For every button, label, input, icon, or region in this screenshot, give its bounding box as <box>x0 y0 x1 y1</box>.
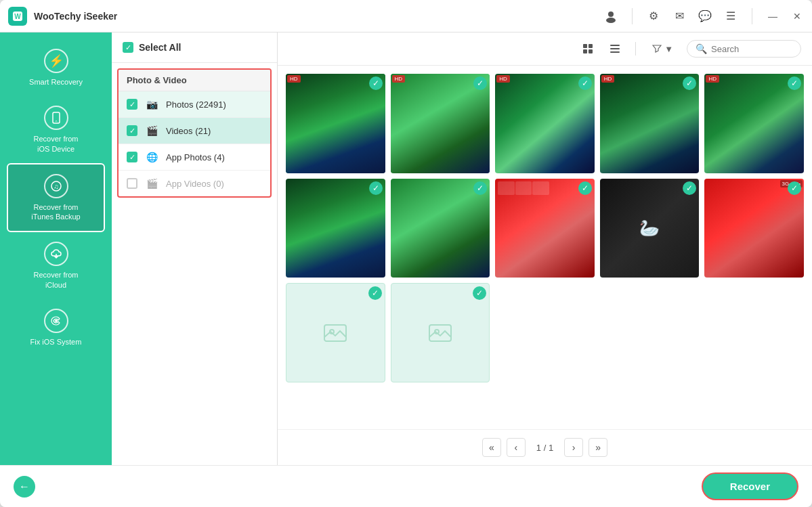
placeholder-icon <box>391 284 490 382</box>
photo-item-placeholder[interactable]: ✓ <box>391 283 490 382</box>
videos-checkbox[interactable]: ✓ <box>127 125 137 136</box>
first-page-button[interactable]: « <box>482 438 501 457</box>
sidebar-item-fix-ios[interactable]: Fix iOS System <box>0 299 112 356</box>
photo-item[interactable]: 🦢 ✓ <box>600 179 700 278</box>
list-view-button[interactable] <box>605 39 624 58</box>
sidebar-label-recover-icloud: Recover fromiCloud <box>33 270 78 290</box>
filter-icon: ▼ <box>664 44 673 54</box>
recover-itunes-icon: ♫ <box>44 174 68 198</box>
svg-rect-8 <box>583 44 587 48</box>
photo-check: ✓ <box>788 76 801 90</box>
sidebar-label-fix-ios: Fix iOS System <box>30 337 82 347</box>
photos-icon: 📷 <box>144 97 159 112</box>
sidebar-label-smart-recovery: Smart Recovery <box>29 77 83 87</box>
prev-page-button[interactable]: ‹ <box>507 438 526 457</box>
recover-ios-icon <box>44 106 68 130</box>
category-photos[interactable]: ✓ 📷 Photos (22491) <box>119 91 270 118</box>
grid-view-button[interactable] <box>578 39 597 58</box>
svg-rect-14 <box>610 51 620 53</box>
category-videos[interactable]: ✓ 🎬 Videos (21) <box>119 118 270 144</box>
chat-icon[interactable]: 💬 <box>698 9 712 24</box>
photo-item[interactable]: ✓ <box>391 179 490 278</box>
photo-check: ✓ <box>368 286 382 300</box>
placeholder-icon <box>286 284 385 382</box>
bottom-bar: ← Recover <box>0 465 812 507</box>
select-all-label: Select All <box>139 42 181 53</box>
svg-rect-11 <box>589 49 593 53</box>
app-videos-checkbox[interactable] <box>127 178 137 189</box>
svg-text:♫: ♫ <box>54 183 59 190</box>
recover-button[interactable]: Recover <box>702 472 798 500</box>
app-photos-checkbox[interactable]: ✓ <box>127 152 137 162</box>
photo-check: ✓ <box>683 181 696 195</box>
photo-check: ✓ <box>369 76 383 90</box>
filter-button[interactable]: ▼ <box>647 41 679 57</box>
category-app-photos[interactable]: ✓ 🌐 App Photos (4) <box>119 144 270 171</box>
menu-icon[interactable]: ☰ <box>723 9 738 24</box>
svg-rect-12 <box>610 45 620 46</box>
category-section: Photo & Video ✓ 📷 Photos (22491) ✓ 🎬 Vid… <box>117 68 272 198</box>
gear-icon[interactable]: ⚙ <box>646 9 661 24</box>
photo-check: ✓ <box>473 181 487 195</box>
profile-icon[interactable] <box>603 9 618 24</box>
close-button[interactable]: ✕ <box>790 9 804 23</box>
photo-item-placeholder[interactable]: ✓ <box>286 283 385 382</box>
back-button[interactable]: ← <box>14 476 35 498</box>
content-area: ▼ 🔍 HD ✓ <box>278 32 812 465</box>
svg-rect-10 <box>583 49 587 53</box>
minimize-button[interactable]: — <box>766 9 779 23</box>
photo-label: HD <box>392 75 406 83</box>
photos-label: Photos (22491) <box>166 100 226 110</box>
svg-rect-4 <box>53 112 60 123</box>
divider2 <box>752 8 752 24</box>
smart-recovery-icon: ⚡ <box>44 49 68 73</box>
title-bar: W WooTechy iSeeker ⚙ ✉ 💬 ☰ — ✕ <box>0 0 812 32</box>
photo-item[interactable]: HD ✓ <box>286 74 385 173</box>
select-all-bar: ✓ Select All <box>112 32 277 63</box>
photo-item[interactable]: HD ✓ <box>600 74 700 173</box>
next-page-button[interactable]: › <box>564 438 583 457</box>
search-input[interactable] <box>711 44 792 54</box>
photo-label: HD <box>287 75 301 83</box>
sidebar-item-recover-itunes[interactable]: ♫ Recover fromiTunes Backup <box>7 163 105 233</box>
photo-check: ✓ <box>578 181 592 195</box>
photo-item[interactable]: HD ✓ <box>495 74 595 173</box>
app-window: W WooTechy iSeeker ⚙ ✉ 💬 ☰ — ✕ ⚡ Smart R… <box>0 0 812 507</box>
photo-label: HD <box>706 75 719 83</box>
photo-check: ✓ <box>788 181 801 195</box>
photo-label: HD <box>601 75 615 83</box>
photos-checkbox[interactable]: ✓ <box>127 99 137 110</box>
sidebar-label-recover-itunes: Recover fromiTunes Backup <box>31 202 80 222</box>
content-toolbar: ▼ 🔍 <box>278 32 812 66</box>
videos-icon: 🎬 <box>144 123 159 138</box>
photo-grid: HD ✓ HD ✓ HD ✓ <box>278 66 812 429</box>
last-page-button[interactable]: » <box>589 438 607 457</box>
app-videos-icon: 🎬 <box>144 176 159 191</box>
search-icon: 🔍 <box>696 43 707 54</box>
category-app-videos[interactable]: 🎬 App Videos (0) <box>119 171 270 196</box>
photo-item[interactable]: 3G• 15• ✓ <box>704 179 804 278</box>
category-header: Photo & Video <box>119 70 270 91</box>
photo-item[interactable]: HD ✓ <box>704 74 804 173</box>
svg-text:W: W <box>14 13 21 20</box>
photo-item[interactable]: ✓ <box>495 179 595 278</box>
mail-icon[interactable]: ✉ <box>672 9 687 24</box>
page-info: 1 / 1 <box>531 443 559 453</box>
app-photos-icon: 🌐 <box>144 150 159 164</box>
pagination: « ‹ 1 / 1 › » <box>278 429 812 465</box>
sidebar-item-recover-ios[interactable]: Recover fromiOS Device <box>0 96 112 163</box>
sidebar-item-recover-icloud[interactable]: Recover fromiCloud <box>0 232 112 299</box>
app-logo: W <box>8 7 27 26</box>
sidebar-label-recover-ios: Recover fromiOS Device <box>33 134 78 154</box>
photo-item[interactable]: HD ✓ <box>391 74 490 173</box>
svg-rect-9 <box>589 44 593 48</box>
title-bar-controls: ⚙ ✉ 💬 ☰ — ✕ <box>603 8 804 24</box>
sidebar-item-smart-recovery[interactable]: ⚡ Smart Recovery <box>0 39 112 96</box>
photo-item[interactable]: ✓ <box>286 179 385 278</box>
left-panel: ✓ Select All Photo & Video ✓ 📷 Photos (2… <box>112 32 278 465</box>
photo-check: ✓ <box>369 181 383 195</box>
select-all-checkbox[interactable]: ✓ <box>123 42 133 53</box>
videos-label: Videos (21) <box>166 126 211 136</box>
main-layout: ⚡ Smart Recovery Recover fromiOS Device … <box>0 32 812 465</box>
search-box: 🔍 <box>687 40 801 58</box>
